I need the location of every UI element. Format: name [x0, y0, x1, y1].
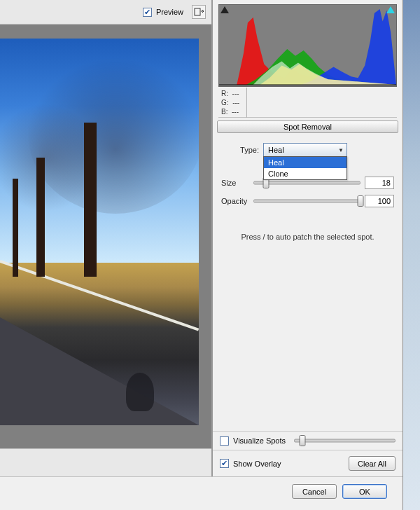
type-option-heal[interactable]: Heal — [264, 157, 346, 168]
r-value: --- — [232, 90, 239, 97]
ok-button[interactable]: OK — [342, 484, 387, 499]
toggle-fullscreen-icon[interactable] — [192, 5, 206, 19]
g-value: --- — [232, 99, 239, 106]
preview-image — [0, 39, 199, 425]
histogram[interactable] — [218, 4, 397, 87]
highlight-clip-icon[interactable] — [386, 6, 395, 13]
spot-removal-controls: Type: Heal ▼ Heal Clone Size — [213, 133, 402, 431]
preview-panel: ✔ Preview — [0, 0, 213, 476]
g-label: G: — [221, 99, 229, 106]
clear-all-button[interactable]: Clear All — [349, 456, 396, 471]
visualize-slider[interactable] — [294, 436, 396, 446]
opacity-slider[interactable] — [253, 196, 360, 206]
rgb-readout: R: --- G: --- B: --- — [218, 88, 397, 118]
visualize-row: ✔ Visualize Spots — [213, 431, 402, 450]
type-option-clone[interactable]: Clone — [264, 168, 346, 179]
shadow-clip-icon[interactable] — [220, 6, 229, 13]
opacity-label: Opacity — [221, 197, 249, 205]
type-dropdown[interactable]: Heal ▼ Heal Clone — [263, 143, 347, 157]
opacity-value[interactable]: 100 — [365, 195, 394, 207]
opacity-slider-thumb[interactable] — [358, 195, 364, 207]
opacity-row: Opacity 100 — [221, 195, 394, 207]
settings-panel: R: --- G: --- B: --- Spot Removal Type: … — [213, 0, 402, 476]
preview-label: Preview — [156, 8, 183, 16]
overlay-checkbox[interactable]: ✔ — [220, 459, 229, 468]
type-row: Type: Heal ▼ Heal Clone — [221, 143, 394, 157]
chevron-down-icon: ▼ — [338, 147, 344, 153]
dialog-footer: Cancel OK — [0, 477, 402, 510]
overlay-row: ✔ Show Overlay Clear All — [213, 450, 402, 476]
main-area: ✔ Preview — [0, 0, 402, 477]
preview-footer — [0, 448, 211, 476]
type-dropdown-list: Heal Clone — [263, 156, 347, 180]
background-strip — [403, 0, 420, 510]
preview-checkbox[interactable]: ✔ — [143, 8, 152, 17]
b-label: B: — [221, 108, 227, 116]
size-value[interactable]: 18 — [365, 177, 394, 189]
section-title: Spot Removal — [217, 120, 398, 133]
overlay-label: Show Overlay — [233, 460, 281, 468]
dialog-window: ✔ Preview — [0, 0, 403, 510]
size-label: Size — [221, 179, 249, 187]
image-preview-area[interactable] — [0, 25, 211, 448]
type-selected: Heal — [268, 146, 284, 154]
visualize-label: Visualize Spots — [233, 436, 286, 445]
svg-rect-0 — [195, 8, 200, 15]
preview-header: ✔ Preview — [0, 0, 211, 25]
visualize-slider-thumb[interactable] — [299, 435, 305, 446]
visualize-checkbox[interactable]: ✔ — [220, 436, 229, 446]
hint-text: Press / to auto patch the selected spot. — [221, 233, 394, 241]
cancel-button[interactable]: Cancel — [292, 484, 337, 499]
type-label: Type: — [221, 146, 259, 154]
r-label: R: — [221, 90, 228, 97]
b-value: --- — [232, 108, 239, 116]
